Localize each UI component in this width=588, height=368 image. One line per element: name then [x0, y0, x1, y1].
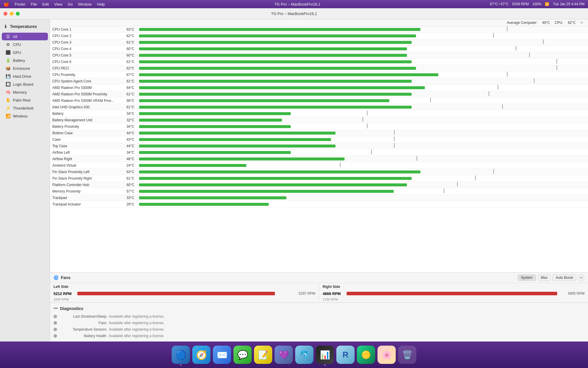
temp-bar-container	[137, 137, 588, 142]
sidebar: 🌡 Temperatures ☰ All ⚙ CPU ⬛ GPU 🔋 Batte…	[0, 19, 50, 342]
sidebar-item-hard-drive[interactable]: 💾 Hard Drive	[2, 72, 48, 80]
temp-name: CPU PECI	[50, 66, 121, 70]
diag-item-name: Fans	[59, 321, 106, 325]
sidebar-item-battery[interactable]: 🔋 Battery	[2, 57, 48, 64]
temp-value: 61°C	[121, 79, 137, 83]
menu-go[interactable]: Go	[68, 2, 73, 6]
table-row: Bottom Case 44°C	[50, 130, 588, 136]
diag-item-name: Last Shutdown/Sleep	[59, 314, 106, 319]
temp-bar-container	[137, 60, 588, 64]
apple-menu[interactable]: 🍎	[4, 1, 9, 7]
sidebar-label-memory: Memory	[13, 90, 27, 95]
menu-help[interactable]: Help	[97, 2, 105, 6]
refresh-icon[interactable]: ↻	[580, 21, 583, 25]
list-item: Battery Health Available after registeri…	[50, 333, 588, 339]
temp-marker	[417, 156, 417, 161]
fan-right-bar-row: 4866 RPM 4905 RPM	[319, 291, 588, 298]
temp-name: AMD Radeon Pro 5300M VRAM Prox...	[50, 99, 121, 103]
menu-file[interactable]: File	[31, 2, 37, 6]
fans-system-button[interactable]: System	[518, 274, 536, 281]
sidebar-item-wireless[interactable]: 📶 Wireless	[2, 112, 48, 120]
menu-window[interactable]: Window	[78, 2, 92, 6]
temp-name: Case	[50, 137, 121, 142]
sidebar-item-enclosure[interactable]: 📦 Enclosure	[2, 64, 48, 72]
maximize-button[interactable]	[16, 12, 20, 16]
menu-view[interactable]: View	[54, 2, 62, 6]
temps-section: CPU Core 1 63°C CPU Core 2 62°C CPU Core…	[50, 26, 588, 272]
fans-auto-boost-button[interactable]: Auto Boost	[552, 274, 576, 281]
diag-status-dot	[54, 321, 57, 325]
dock-photos[interactable]: 🌸	[377, 346, 396, 364]
sidebar-item-palm-rest[interactable]: ✋ Palm Rest	[2, 96, 48, 104]
dock-safari[interactable]: 🧭	[192, 346, 211, 364]
diag-rows: Last Shutdown/Sleep Available after regi…	[50, 313, 588, 339]
temp-bar	[139, 132, 335, 135]
menu-edit[interactable]: Edit	[42, 2, 49, 6]
table-row: Battery Management Unit 32°C	[50, 117, 588, 123]
minimize-button[interactable]	[10, 12, 14, 16]
dock-activity-monitor[interactable]: 📊	[316, 346, 334, 364]
dock-dolphin[interactable]: 🐬	[295, 346, 313, 364]
dock-discord[interactable]: 💜	[275, 346, 293, 364]
diag-icon: 〰	[54, 306, 58, 311]
battery-icon: 🔋	[5, 58, 11, 63]
temp-bar	[139, 125, 291, 128]
sidebar-label-thunderbolt: Thunderbolt	[13, 106, 33, 110]
window-title: TG Pro – MacBookPro16,1	[271, 11, 317, 16]
temp-value: 60°C	[121, 53, 137, 57]
temp-marker	[502, 104, 503, 109]
menu-finder[interactable]: Finder	[15, 2, 26, 6]
sidebar-item-logic-board[interactable]: 🔲 Logic Board	[2, 80, 48, 88]
temp-bar	[139, 177, 412, 180]
dock-notes[interactable]: 📝	[254, 346, 272, 364]
menubar-right: 67°C / 67°C 5039 RPM 100% 📶 Tue Jan 25 4…	[490, 2, 584, 6]
temp-name: Bottom Case	[50, 131, 121, 135]
temp-bar-container	[137, 125, 588, 129]
temp-bar	[139, 106, 412, 109]
close-button[interactable]	[4, 12, 7, 16]
sidebar-item-thunderbolt[interactable]: ⚡ Thunderbolt	[2, 104, 48, 112]
dock-finder[interactable]: 🔵	[172, 346, 190, 364]
menubar-battery: 100%	[532, 2, 542, 6]
temp-bar-container	[137, 53, 588, 57]
temp-marker	[367, 111, 368, 115]
sidebar-label-hard-drive: Hard Drive	[13, 74, 31, 79]
temp-name: CPU Core 1	[50, 27, 121, 32]
temp-bar	[139, 34, 416, 37]
dock-messages[interactable]: 💬	[233, 346, 252, 364]
fans-icon: 🌀	[54, 275, 59, 280]
temp-bar-container	[137, 118, 588, 122]
temp-value: 62°C	[121, 66, 137, 70]
sidebar-label-enclosure: Enclosure	[13, 66, 30, 71]
temp-bar-container	[137, 176, 588, 180]
temp-bar-container	[137, 79, 588, 83]
table-row: CPU Core 6 61°C	[50, 59, 588, 65]
fan-left-bar	[77, 292, 275, 295]
dock-trash[interactable]: 🗑️	[398, 346, 416, 364]
temp-name: Memory Proximity	[50, 189, 121, 193]
temp-name: CPU Core 5	[50, 53, 121, 57]
dock-pycharm[interactable]: 🟡	[357, 346, 375, 364]
temp-value: 61°C	[121, 105, 137, 109]
sidebar-label-all: All	[13, 34, 17, 39]
fan-right-col: Right Side 4866 RPM 4905 RPM 1700 RPM	[319, 283, 588, 302]
fan-left-bar-row: 5212 RPM 5297 RPM	[50, 291, 319, 298]
fans-options-button[interactable]: −	[578, 274, 584, 281]
sidebar-item-memory[interactable]: 🧠 Memory	[2, 88, 48, 96]
fans-max-button[interactable]: Max	[538, 274, 551, 281]
diag-header: 〰 Diagnostics	[50, 305, 588, 313]
sidebar-item-gpu[interactable]: ⬛ GPU	[2, 49, 48, 56]
wireless-icon: 📶	[5, 114, 11, 118]
temp-bar	[139, 60, 412, 63]
gpu-icon: ⬛	[5, 50, 11, 55]
table-row: AMD Radeon Pro 5300M 64°C	[50, 84, 588, 91]
temp-name: Battery Management Unit	[50, 118, 121, 122]
dock-r[interactable]: R	[336, 346, 355, 364]
temp-bar	[139, 86, 425, 89]
temp-value: 60°C	[121, 183, 137, 187]
temp-marker	[557, 59, 557, 64]
sidebar-item-all[interactable]: ☰ All	[2, 33, 48, 40]
sidebar-item-cpu[interactable]: ⚙ CPU	[2, 41, 48, 48]
dock-mail[interactable]: ✉️	[213, 346, 231, 364]
sidebar-header: 🌡 Temperatures	[0, 22, 50, 32]
